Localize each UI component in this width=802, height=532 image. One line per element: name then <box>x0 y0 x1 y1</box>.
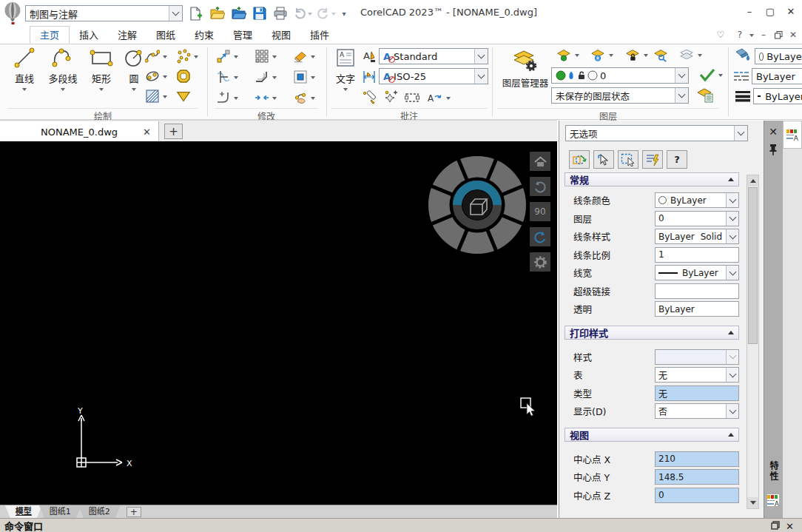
property-field-图层[interactable]: 0 <box>655 211 739 226</box>
quick-select-button[interactable] <box>642 150 663 169</box>
delete-tool-button[interactable] <box>293 49 308 64</box>
command-window-restore-icon[interactable] <box>771 521 783 531</box>
pattern-tool-button[interactable] <box>255 49 269 64</box>
ribbon-tab-注解[interactable]: 注解 <box>108 27 146 44</box>
field-dropdown[interactable] <box>726 266 738 280</box>
layer-freeze-dropdown[interactable] <box>608 47 614 62</box>
text-flip-dropdown[interactable] <box>445 90 451 105</box>
section-header-常规[interactable]: 常规 <box>565 172 739 186</box>
favorites-icon[interactable]: ♡ <box>713 27 728 42</box>
collapse-icon[interactable] <box>728 328 734 334</box>
spline-dropdown[interactable] <box>162 49 168 64</box>
new-document-tab-button[interactable]: + <box>164 124 183 139</box>
properties-palette-tab-label[interactable]: 特性 <box>767 461 780 482</box>
join-tool-button[interactable] <box>255 90 269 105</box>
ribbon-tab-约束[interactable]: 约束 <box>185 27 223 44</box>
hatch-tool-button[interactable] <box>145 89 160 104</box>
edit-points-dropdown[interactable] <box>310 90 316 105</box>
polyline-tool-button[interactable]: 多段线 <box>43 47 83 93</box>
annotate-pen-button[interactable] <box>362 90 377 105</box>
text-flip-button[interactable]: A <box>427 90 442 105</box>
property-field-超级链接[interactable] <box>655 283 739 299</box>
spline-tool-button[interactable] <box>145 49 160 64</box>
properties-scrollbar[interactable] <box>747 175 759 509</box>
field-dropdown[interactable] <box>726 229 738 243</box>
layer-states-manager-button[interactable] <box>695 87 715 102</box>
layer-combo-dropdown[interactable] <box>675 68 688 83</box>
select-add-button[interactable] <box>593 150 614 169</box>
delete-dropdown[interactable] <box>310 49 316 64</box>
property-field-透明[interactable]: ByLayer <box>655 301 739 317</box>
layer-show-dropdown[interactable] <box>574 47 580 62</box>
ribbon-tab-视图[interactable]: 视图 <box>262 27 300 44</box>
ribbon-tab-主页[interactable]: 主页 <box>30 26 70 44</box>
workspace-selector-dropdown[interactable] <box>169 6 182 21</box>
rotate-ccw-button[interactable] <box>530 177 550 196</box>
add-sheet-button[interactable]: + <box>127 507 141 517</box>
ellipse-dropdown[interactable] <box>162 69 168 84</box>
collapse-icon[interactable] <box>728 175 734 181</box>
doc-restore-button[interactable] <box>771 27 786 42</box>
print-button[interactable] <box>272 5 289 21</box>
linestyle-combo[interactable]: ByLayer <box>752 68 802 84</box>
document-tab[interactable]: NONAME_0.dwg ✕ <box>0 121 159 142</box>
field-dropdown[interactable] <box>726 193 738 207</box>
property-field-线条比例[interactable]: 1 <box>655 247 739 263</box>
workspace-selector[interactable]: 制图与注解 <box>25 5 183 21</box>
lineweight-combo[interactable]: ByLayer <box>753 88 802 104</box>
doc-close-button[interactable]: ✕ <box>786 27 801 42</box>
dimension-style-icon-button[interactable] <box>362 70 377 84</box>
redo-dropdown[interactable] <box>329 5 338 21</box>
wheel-settings-button[interactable] <box>530 252 550 272</box>
doc-minimize-button[interactable]: – <box>756 27 771 42</box>
layer-apply-dropdown[interactable] <box>718 67 724 82</box>
text-style-combo[interactable]: A Standard <box>379 48 488 64</box>
new-file-button[interactable] <box>186 5 204 21</box>
selection-filter-dropdown[interactable] <box>734 126 747 141</box>
command-window-bar[interactable]: 命令窗口 ✕ <box>0 518 802 532</box>
ribbon-tab-图纸[interactable]: 图纸 <box>146 27 185 44</box>
drawing-canvas[interactable]: 90 Y X <box>0 141 557 505</box>
scroll-up-button[interactable] <box>747 175 758 186</box>
selection-filter-combo[interactable]: 无选项 <box>565 125 748 141</box>
chamfer-tool-button[interactable] <box>255 70 269 84</box>
trim-dropdown[interactable] <box>233 70 239 84</box>
collapse-icon[interactable] <box>728 430 734 437</box>
close-button[interactable]: ✕ <box>781 3 801 19</box>
dimension-style-combo[interactable]: A ISO-25 <box>379 68 488 84</box>
home-view-button[interactable] <box>530 152 550 171</box>
save-button[interactable] <box>251 5 269 21</box>
document-tab-close-icon[interactable]: ✕ <box>143 127 151 138</box>
line-tool-button[interactable]: 直线 <box>9 47 40 93</box>
annotation-frame-button[interactable] <box>405 90 419 105</box>
properties-help-button[interactable]: ? <box>667 150 687 169</box>
undo-button[interactable] <box>293 5 306 21</box>
text-tool-button[interactable]: A 文字 <box>331 47 360 93</box>
fillet-tool-button[interactable] <box>216 90 231 105</box>
edit-points-tool-button[interactable] <box>293 90 308 105</box>
qat-customize-button[interactable]: ▾ <box>339 5 349 21</box>
panel-close-icon[interactable]: ✕ <box>766 125 780 138</box>
layer-show-button[interactable] <box>556 47 571 62</box>
ellipse-tool-button[interactable] <box>145 69 160 84</box>
hatch-dropdown[interactable] <box>162 89 168 104</box>
chamfer-dropdown[interactable] <box>272 70 277 84</box>
text-style-icon-button[interactable]: A <box>362 49 377 64</box>
ribbon-tab-管理[interactable]: 管理 <box>223 27 262 44</box>
undo-dropdown[interactable] <box>306 5 314 21</box>
entity-color-combo[interactable]: ByLayer <box>755 48 802 64</box>
sheet-tab-图纸1[interactable]: 图纸1 <box>39 505 81 518</box>
trim-tool-button[interactable] <box>216 70 231 84</box>
layer-lock-dropdown[interactable] <box>643 47 649 62</box>
dimension-style-combo-dropdown[interactable] <box>474 69 488 84</box>
scrollbar-thumb[interactable] <box>748 187 758 344</box>
scroll-down-button[interactable] <box>747 497 758 508</box>
point-tool-button[interactable] <box>176 49 191 64</box>
smart-dimension-button[interactable] <box>383 90 398 105</box>
import-file-button[interactable] <box>230 5 248 21</box>
layer-list-dropdown[interactable] <box>697 47 703 62</box>
section-header-打印样式[interactable]: 打印样式 <box>565 326 739 340</box>
sheet-tab-模型[interactable]: 模型 <box>5 505 42 518</box>
pattern-dropdown[interactable] <box>272 49 277 64</box>
field-dropdown[interactable] <box>726 350 738 364</box>
